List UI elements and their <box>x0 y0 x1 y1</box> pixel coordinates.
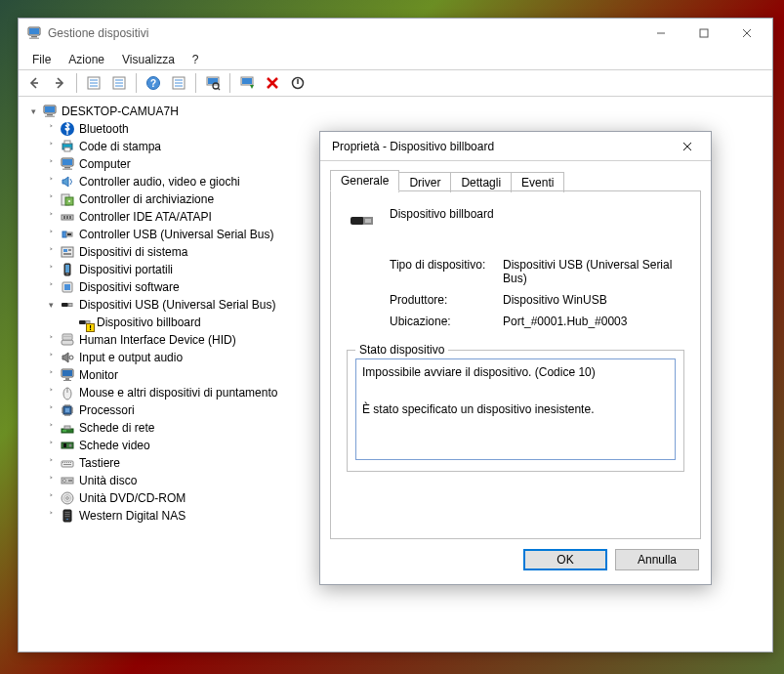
expander-icon[interactable]: ˃ <box>44 175 58 189</box>
i-disk-icon <box>60 473 75 488</box>
device-type-value: Dispositivi USB (Universal Serial Bus) <box>503 258 684 285</box>
expander-icon[interactable]: ˃ <box>44 439 58 452</box>
tab-events[interactable]: Eventi <box>511 172 564 192</box>
usb-plug-icon <box>347 205 378 236</box>
manufacturer-label: Produttore: <box>390 293 497 307</box>
expander-icon[interactable]: ▾ <box>26 105 40 118</box>
tree-category-label: Input e output audio <box>79 351 183 364</box>
expander-icon[interactable]: ˃ <box>44 140 58 153</box>
i-net-icon <box>60 420 75 436</box>
device-type-label: Tipo di dispositivo: <box>390 258 497 285</box>
toolbar-disable-button[interactable] <box>286 71 309 95</box>
toolbar-back-button[interactable] <box>22 71 46 95</box>
tree-category-label: Mouse e altri dispositivi di puntamento <box>79 386 277 400</box>
toolbar-separator <box>195 73 196 93</box>
expander-icon[interactable]: ˃ <box>44 333 58 347</box>
close-button[interactable] <box>725 20 768 47</box>
i-computer-icon <box>60 156 75 172</box>
toolbar-update-driver-button[interactable] <box>235 71 259 95</box>
i-cpu-icon <box>60 402 75 418</box>
menu-file[interactable]: File <box>24 51 59 68</box>
expander-icon[interactable]: ˃ <box>44 386 58 400</box>
i-hid-icon <box>60 332 75 348</box>
expander-icon[interactable]: ˃ <box>44 474 58 487</box>
toolbar-help-button[interactable] <box>142 71 165 95</box>
i-usb-plug-icon <box>60 297 75 313</box>
expander-icon[interactable]: ˃ <box>44 403 58 417</box>
tree-category-label: Controller di archiviazione <box>79 192 214 206</box>
location-value: Port_#0001.Hub_#0003 <box>503 315 684 328</box>
tree-category-label: Unità DVD/CD-ROM <box>79 491 186 505</box>
svg-rect-95 <box>700 29 708 37</box>
tree-category-label: Tastiere <box>79 456 120 470</box>
toolbar <box>19 69 772 97</box>
device-status-text[interactable] <box>355 358 676 460</box>
dialog-button-row: OK Annulla <box>320 549 711 584</box>
tree-device-label: Dispositivo billboard <box>97 316 201 329</box>
location-label: Ubicazione: <box>390 315 497 328</box>
tab-driver[interactable]: Driver <box>398 172 451 192</box>
tree-category-label: Western Digital NAS <box>79 509 186 523</box>
i-bluetooth-icon <box>60 121 75 137</box>
toolbar-uninstall-button[interactable] <box>261 71 284 95</box>
toolbar-forward-button[interactable] <box>48 71 71 95</box>
toolbar-show-hide-button[interactable] <box>82 71 105 95</box>
expander-icon[interactable]: ˃ <box>44 228 58 241</box>
tree-root[interactable]: ▾ DESKTOP-CAMUA7H <box>22 103 768 120</box>
toolbar-sheet-button[interactable] <box>167 71 190 95</box>
expander-icon[interactable]: ˃ <box>44 491 58 505</box>
expander-icon[interactable]: ˃ <box>44 122 58 136</box>
tab-general[interactable]: Generale <box>330 170 399 191</box>
manufacturer-value: Dispositivo WinUSB <box>503 293 684 307</box>
i-nas-icon <box>60 508 75 524</box>
tree-category-label: Monitor <box>79 368 118 382</box>
tree-root-label: DESKTOP-CAMUA7H <box>62 105 179 118</box>
expander-icon[interactable]: ˃ <box>44 351 58 364</box>
menubar: File Azione Visualizza ? <box>19 48 772 69</box>
maximize-button[interactable] <box>682 20 725 47</box>
tab-details[interactable]: Dettagli <box>450 172 512 192</box>
cancel-button[interactable]: Annulla <box>615 549 699 570</box>
i-video-icon <box>60 438 75 453</box>
tree-category-label: Controller IDE ATA/ATAPI <box>79 210 212 224</box>
minimize-button[interactable] <box>640 20 682 47</box>
i-audio-icon <box>60 350 75 365</box>
tree-category-label: Schede video <box>79 439 150 452</box>
menu-help[interactable]: ? <box>185 51 207 68</box>
expander-icon[interactable]: ˃ <box>44 210 58 224</box>
expander-icon[interactable]: ˃ <box>44 280 58 294</box>
i-portable-icon <box>60 262 75 277</box>
toolbar-properties-button[interactable] <box>107 71 131 95</box>
expander-icon[interactable]: ˃ <box>44 509 58 523</box>
tree-category-label: Dispositivi di sistema <box>79 245 187 259</box>
window-controls <box>640 20 768 47</box>
tree-category-label: Unità disco <box>79 474 137 487</box>
expander-icon[interactable]: ˃ <box>44 245 58 259</box>
dialog-tabstrip: Generale Driver Dettagli Eventi <box>320 161 711 190</box>
expander-icon[interactable]: ˃ <box>44 192 58 206</box>
expander-icon[interactable]: ˃ <box>44 157 58 171</box>
tree-category-label: Dispositivi software <box>79 280 180 294</box>
menu-action[interactable]: Azione <box>61 51 112 68</box>
dialog-close-button[interactable] <box>670 135 705 158</box>
tree-category-label: Human Interface Device (HID) <box>79 333 236 347</box>
i-sound-icon <box>60 174 75 190</box>
expander-icon[interactable]: ˃ <box>44 368 58 382</box>
tree-category-label: Code di stampa <box>79 140 161 153</box>
menu-view[interactable]: Visualizza <box>114 51 183 68</box>
toolbar-scan-hardware-button[interactable] <box>201 71 225 95</box>
expander-icon[interactable]: ▾ <box>44 298 58 312</box>
expander-icon[interactable]: ˃ <box>44 263 58 276</box>
ok-button[interactable]: OK <box>523 549 607 570</box>
tree-category-label: Schede di rete <box>79 421 154 435</box>
i-printer-icon <box>60 139 75 154</box>
i-keyboard-icon <box>60 455 75 471</box>
dialog-titlebar: Proprietà - Dispositivo billboard <box>320 132 711 161</box>
tree-category-label: Dispositivi USB (Universal Serial Bus) <box>79 298 275 312</box>
expander-icon[interactable]: ˃ <box>44 421 58 435</box>
warning-badge-icon: ! <box>86 323 95 332</box>
expander-icon[interactable]: ˃ <box>44 456 58 470</box>
device-status-legend: Stato dispositivo <box>355 343 448 357</box>
i-monitor-icon <box>60 367 75 383</box>
tree-category-label: Dispositivi portatili <box>79 263 173 276</box>
